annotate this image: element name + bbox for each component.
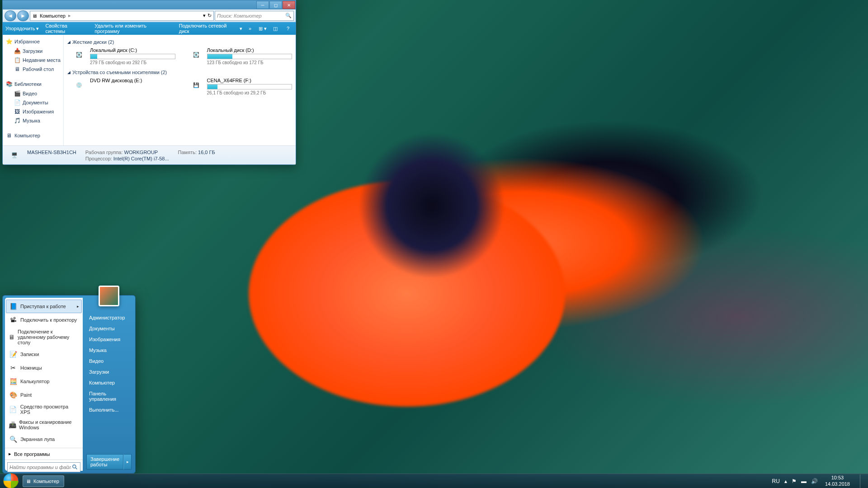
nav-computer[interactable]: 🖥Компьютер [3,131,63,141]
documents-icon: 📄 [14,99,21,106]
navigation-bar: ◄ ► 🖥 Компьютер ▸ ▾ ↻ Поиск: Компьютер 🔍 [3,9,296,22]
content-pane: ◢Жесткие диски (2) 💽 Локальный диск (C:)… [64,35,296,145]
map-network-drive-button[interactable]: Подключить сетевой диск ▾ [179,23,242,34]
user-picture[interactable] [99,286,119,306]
drive-dvd[interactable]: 💿 DVD RW дисковод (E:) [72,78,175,95]
start-videos[interactable]: Видео [86,356,132,366]
breadcrumb-computer[interactable]: Компьютер [39,13,66,19]
recent-icon: 📋 [14,56,21,64]
start-control-panel[interactable]: Панель управления [86,389,132,404]
nav-recent[interactable]: 📋Недавние места [3,56,63,65]
start-music[interactable]: Музыка [86,345,132,355]
favorites-group[interactable]: ⭐Избранное [3,37,63,47]
taskbar-item-explorer[interactable]: 🖥Компьютер [23,475,64,487]
back-button[interactable]: ◄ [5,10,16,21]
hdd-icon: 💽 [189,47,203,62]
help-button[interactable]: ? [283,24,293,33]
uninstall-program-button[interactable]: Удалить или изменить программу [94,23,173,34]
usb-icon: 💾 [189,78,203,92]
nav-music[interactable]: 🎵Музыка [3,116,63,125]
remote-desktop-icon: 🖥 [9,333,15,342]
program-xps-viewer[interactable]: 📄Средство просмотра XPS [6,402,82,417]
start-downloads[interactable]: Загрузки [86,367,132,377]
organize-button[interactable]: Упорядочить ▾ [5,26,39,32]
hard-drives-section[interactable]: ◢Жесткие диски (2) [67,39,292,45]
start-search-input[interactable] [7,462,80,472]
chevron-down-icon: ▾ [240,26,242,32]
computer-icon: 🖥 [5,132,13,139]
clock[interactable]: 10:53 14.03.2018 [822,475,853,487]
program-magnifier[interactable]: 🔍Экранная лупа [6,432,82,446]
downloads-icon: 📥 [14,47,21,55]
nav-downloads[interactable]: 📥Загрузки [3,47,63,56]
preview-pane-button[interactable]: ◫ [270,24,280,33]
collapse-icon: ◢ [67,70,71,75]
start-run[interactable]: Выполнить... [86,405,132,415]
taskbar: 🖥Компьютер RU ▴ ⚑ ▬ 🔊 10:53 14.03.2018 [0,474,868,488]
program-sticky-notes[interactable]: 📝Записки [6,347,82,361]
program-remote-desktop[interactable]: 🖥Подключение к удаленному рабочему столу [6,327,82,347]
navigation-pane: ⭐Избранное 📥Загрузки 📋Недавние места 🖥Ра… [3,35,64,145]
computer-name: MASHEEN-SB3H1CH [27,150,76,155]
explorer-icon: 🖥 [26,479,31,484]
search-icon[interactable]: 🔍 [285,13,292,19]
collapse-icon: ◢ [67,40,71,44]
language-indicator[interactable]: RU [772,478,780,484]
show-desktop-button[interactable] [860,474,864,488]
show-hidden-icons[interactable]: ▴ [784,478,787,484]
window-titlebar[interactable]: ─ ◻ ✕ [3,0,296,9]
calculator-icon: 🧮 [9,377,18,386]
more-commands-icon[interactable]: » [249,26,251,31]
system-properties-button[interactable]: Свойства системы [45,23,88,34]
removable-section[interactable]: ◢Устройства со съемными носителями (2) [67,70,292,75]
minimize-button[interactable]: ─ [256,1,269,9]
dropdown-icon[interactable]: ▾ [203,13,206,19]
chevron-right-icon[interactable]: ▸ [68,13,71,19]
shutdown-options-button[interactable]: ▸ [123,454,132,469]
video-icon: 🎬 [14,90,21,97]
computer-icon: 🖥️ [6,148,23,163]
desktop-icon: 🖥 [14,66,21,73]
start-button[interactable] [2,474,20,488]
explorer-window: ─ ◻ ✕ ◄ ► 🖥 Компьютер ▸ ▾ ↻ Поиск: Компь… [2,0,296,165]
refresh-icon[interactable]: ↻ [208,13,212,19]
action-center-icon[interactable]: ⚑ [792,478,797,484]
drive-c[interactable]: 💽 Локальный диск (C:) 279 ГБ свободно из… [72,47,175,65]
program-fax-scan[interactable]: 📠Факсы и сканирование Windows [6,417,82,432]
xps-icon: 📄 [9,405,18,414]
address-bar[interactable]: 🖥 Компьютер ▸ ▾ ↻ [30,11,214,21]
paint-icon: 🎨 [9,390,18,399]
nav-pictures[interactable]: 🖼Изображения [3,107,63,116]
search-input[interactable]: Поиск: Компьютер 🔍 [215,11,294,21]
program-calculator[interactable]: 🧮Калькулятор [6,375,82,388]
nav-videos[interactable]: 🎬Видео [3,89,63,98]
shutdown-button[interactable]: Завершение работы [86,454,123,469]
nav-documents[interactable]: 📄Документы [3,98,63,107]
start-computer[interactable]: Компьютер [86,378,132,388]
start-pictures[interactable]: Изображения [86,334,132,344]
all-programs-button[interactable]: ▸Все программы [5,448,83,460]
volume-icon[interactable]: 🔊 [811,478,818,484]
nav-desktop[interactable]: 🖥Рабочий стол [3,65,63,74]
forward-button[interactable]: ► [17,10,29,21]
program-snipping-tool[interactable]: ✂Ножницы [6,361,82,375]
start-admin[interactable]: Администратор [86,313,132,323]
close-button[interactable]: ✕ [283,1,295,9]
start-search-wrapper [5,460,83,474]
details-pane: 🖥️ MASHEEN-SB3H1CH Рабочая группа: WORKG… [3,145,296,164]
view-options-button[interactable]: ⊞ ▾ [258,24,268,33]
program-paint[interactable]: 🎨Paint [6,388,82,402]
computer-icon: 🖥 [32,13,37,19]
network-icon[interactable]: ▬ [801,478,807,484]
start-menu: 📘Приступая к работе▸ 📽Подключить к проек… [2,295,136,474]
start-documents[interactable]: Документы [86,324,132,333]
program-getting-started[interactable]: 📘Приступая к работе▸ [6,300,82,313]
arrow-right-icon: ▸ [9,451,11,457]
drive-f[interactable]: 💾 CENA_X64FRE (F:) 26,1 ГБ свободно из 2… [189,78,292,95]
chevron-down-icon: ▾ [36,26,39,32]
libraries-group[interactable]: 📚Библиотеки [3,79,63,89]
maximize-button[interactable]: ◻ [269,1,282,9]
program-projector[interactable]: 📽Подключить к проектору [6,313,82,327]
music-icon: 🎵 [14,117,21,124]
drive-d[interactable]: 💽 Локальный диск (D:) 123 ГБ свободно из… [189,47,292,65]
